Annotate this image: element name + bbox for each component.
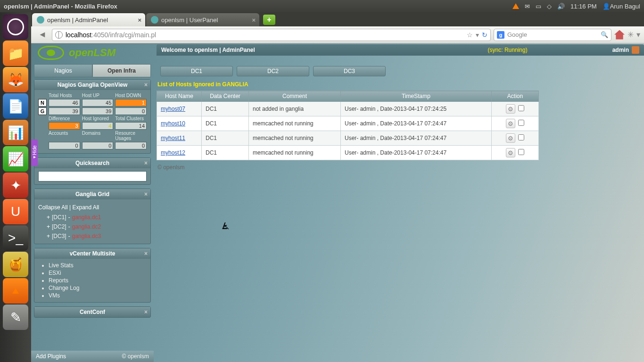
back-button[interactable]: ◄ bbox=[36, 28, 49, 41]
app-icon[interactable]: ✦ bbox=[3, 173, 28, 198]
gear-icon[interactable]: ⚙ bbox=[506, 133, 515, 143]
quicksearch-input[interactable] bbox=[38, 171, 147, 181]
list-item[interactable]: ESXi bbox=[49, 269, 147, 277]
app2-icon[interactable]: 🍯 bbox=[3, 252, 28, 277]
browser-tab-active[interactable]: openlsm | AdminPanel × bbox=[32, 13, 145, 26]
hosts-table: Host NameData CenterCommentTimeStampActi… bbox=[157, 90, 539, 160]
logo-icon bbox=[38, 46, 64, 60]
firefox-icon[interactable]: 🦊 bbox=[3, 67, 28, 92]
close-icon[interactable]: × bbox=[144, 191, 148, 197]
url-path: :4050/infra/cgi/main.pl bbox=[91, 31, 156, 39]
list-title: List of Hosts Ignored in GANGLIA bbox=[157, 78, 641, 90]
home-icon[interactable] bbox=[614, 30, 625, 40]
system-panel: openlsm | AdminPanel - Mozilla Firefox ✉… bbox=[0, 0, 644, 12]
column-header: Data Center bbox=[202, 91, 249, 102]
gear-icon[interactable]: ⚙ bbox=[506, 104, 515, 114]
url-bar[interactable]: localhost:4050/infra/cgi/main.pl ☆ ▾ ↻ bbox=[52, 29, 491, 41]
dc-tab[interactable]: DC3 bbox=[313, 66, 386, 76]
row-checkbox[interactable] bbox=[518, 134, 524, 140]
expand-icon[interactable]: + bbox=[47, 214, 50, 221]
search-placeholder: Google bbox=[507, 31, 527, 38]
gedit-icon[interactable]: ✎ bbox=[3, 304, 28, 330]
close-icon[interactable]: × bbox=[144, 250, 148, 257]
hide-sidebar-tab[interactable]: ◂Hide bbox=[31, 140, 38, 166]
host-link[interactable]: myhost07 bbox=[161, 106, 185, 112]
close-icon[interactable]: × bbox=[252, 16, 256, 24]
search-bar[interactable]: g Google 🔍 bbox=[494, 29, 611, 41]
files-icon[interactable]: 📁 bbox=[3, 41, 28, 66]
host-link[interactable]: myhost12 bbox=[161, 149, 185, 156]
logo-text: openLSM bbox=[69, 47, 116, 59]
panel-ganglia-grid: Ganglia Grid× Collapse All | Expand All … bbox=[34, 189, 151, 244]
close-icon[interactable]: × bbox=[138, 16, 141, 24]
dc-tab[interactable]: DC2 bbox=[237, 66, 309, 76]
tab-nagios[interactable]: Nagios bbox=[34, 64, 92, 77]
column-header: Comment bbox=[249, 91, 341, 102]
menu-dropdown-icon[interactable]: ▾ bbox=[636, 30, 640, 39]
writer-icon[interactable]: 📄 bbox=[3, 93, 28, 119]
list-item[interactable]: VMs bbox=[49, 292, 147, 299]
welcome-text: Welcome to openlsm | AdminPanel bbox=[161, 47, 255, 53]
terminal-icon[interactable]: >_ bbox=[3, 225, 28, 251]
table-row: myhost07DC1not added in gangliaUser- adm… bbox=[157, 102, 539, 116]
tree-item[interactable]: + [DC3] - ganglia.dc3 bbox=[38, 231, 147, 241]
add-plugins-link[interactable]: Add Plugins bbox=[36, 353, 66, 360]
tab-title: openlsm | AdminPanel bbox=[47, 16, 108, 24]
gear-icon[interactable]: ⚙ bbox=[506, 148, 515, 157]
tree-item[interactable]: + [DC1] - ganglia.dc1 bbox=[38, 213, 147, 222]
calc-icon[interactable]: 📈 bbox=[3, 146, 28, 172]
column-header: Host Name bbox=[157, 91, 202, 102]
battery-icon[interactable]: ▭ bbox=[536, 3, 541, 10]
favicon bbox=[37, 16, 44, 24]
tab-openinfra[interactable]: Open Infra bbox=[92, 64, 151, 77]
dash-icon[interactable] bbox=[3, 14, 28, 40]
expand-icon[interactable]: + bbox=[47, 223, 50, 230]
new-tab-button[interactable]: + bbox=[263, 15, 275, 25]
favicon bbox=[151, 16, 158, 24]
host-link[interactable]: myhost10 bbox=[161, 120, 185, 127]
reload-icon[interactable]: ↻ bbox=[482, 31, 487, 39]
expand-all[interactable]: Expand All bbox=[73, 204, 99, 211]
logout-icon[interactable] bbox=[632, 46, 639, 54]
panel-quicksearch: Quicksearch× bbox=[34, 157, 151, 185]
panel-centconf: CentConf× bbox=[34, 306, 151, 318]
app-topbar: Welcome to openlsm | AdminPanel (sync: R… bbox=[157, 44, 644, 56]
page-content: Welcome to openlsm | AdminPanel (sync: R… bbox=[31, 43, 644, 362]
close-icon[interactable]: × bbox=[144, 160, 148, 166]
addon-icon[interactable]: ✳ bbox=[627, 30, 634, 39]
bookmark-icon[interactable]: ☆ bbox=[467, 31, 473, 39]
close-icon[interactable]: × bbox=[144, 82, 148, 88]
search-icon[interactable]: 🔍 bbox=[601, 31, 608, 38]
row-checkbox[interactable] bbox=[518, 105, 524, 111]
collapse-all[interactable]: Collapse All bbox=[38, 204, 68, 211]
expand-icon[interactable]: + bbox=[47, 233, 50, 239]
list-item[interactable]: Reports bbox=[49, 277, 147, 284]
tree-item[interactable]: + [DC2] - ganglia.dc2 bbox=[38, 222, 147, 231]
list-item[interactable]: Live Stats bbox=[49, 262, 147, 269]
dropdown-icon[interactable]: ▾ bbox=[476, 31, 479, 39]
vlc-tray-icon[interactable] bbox=[512, 3, 519, 9]
wifi-icon[interactable]: ◇ bbox=[547, 3, 552, 10]
list-item[interactable]: Change Log bbox=[49, 284, 147, 292]
gear-icon[interactable]: ⚙ bbox=[506, 119, 515, 128]
clock[interactable]: 11:16 PM bbox=[570, 3, 597, 10]
close-icon[interactable]: × bbox=[144, 309, 148, 315]
mail-icon[interactable]: ✉ bbox=[525, 3, 530, 10]
row-checkbox[interactable] bbox=[518, 149, 524, 155]
browser-tab-strip: openlsm | AdminPanel × openlsm | UserPan… bbox=[0, 12, 644, 26]
dc-tab[interactable]: DC1 bbox=[160, 66, 233, 76]
row-checkbox[interactable] bbox=[518, 120, 524, 126]
table-row: myhost11DC1memcached not runningUser- ad… bbox=[157, 131, 539, 146]
software-center-icon[interactable]: U bbox=[3, 199, 28, 224]
impress-icon[interactable]: 📊 bbox=[3, 120, 28, 145]
table-row: myhost12DC1memcached not runningUser- ad… bbox=[157, 146, 539, 160]
volume-icon[interactable]: 🔊 bbox=[557, 3, 565, 10]
sidebar-footer: Add Plugins © openlsm bbox=[31, 351, 154, 362]
browser-tab-inactive[interactable]: openlsm | UserPanel × bbox=[146, 13, 259, 26]
system-tray: ✉ ▭ ◇ 🔊 11:16 PM 👤 Arun Bagul bbox=[512, 3, 640, 10]
user-menu[interactable]: 👤 Arun Bagul bbox=[603, 3, 640, 10]
vlc-icon[interactable] bbox=[3, 278, 28, 304]
host-link[interactable]: myhost11 bbox=[161, 135, 185, 141]
copyright: © openlsm bbox=[122, 353, 149, 360]
globe-icon bbox=[55, 31, 63, 39]
